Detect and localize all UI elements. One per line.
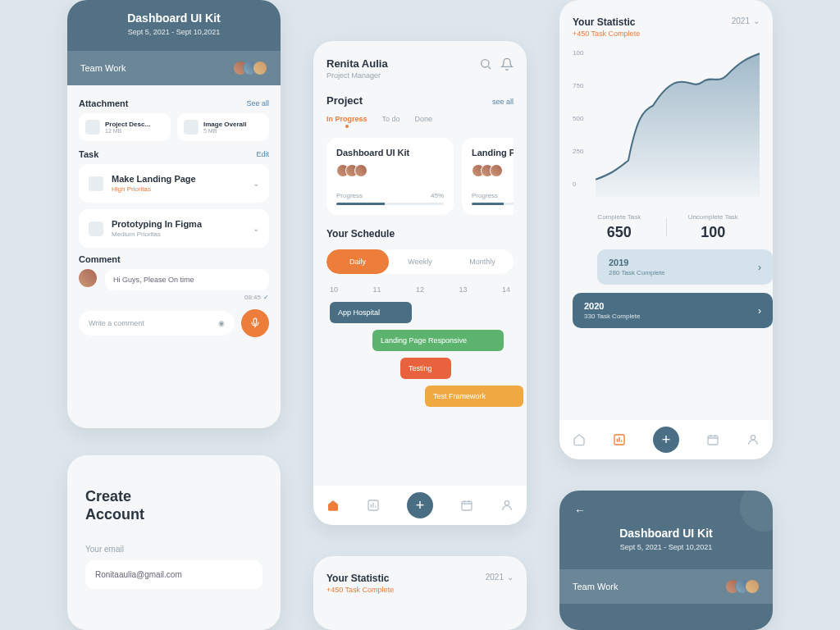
see-all-link[interactable]: see all: [492, 98, 514, 106]
schedule-title: Your Schedule: [326, 228, 514, 240]
checkbox[interactable]: [89, 176, 103, 191]
team-work-row[interactable]: Team Work: [67, 51, 281, 85]
bottom-nav: +: [313, 486, 527, 525]
project-name: Dashboard UI Kit: [336, 148, 444, 158]
phone-create-account: CreateAccount Your email Ronitaaulia@gma…: [67, 455, 281, 630]
progress-bar: [336, 203, 444, 205]
edit-link[interactable]: Edit: [256, 150, 269, 158]
placeholder-text: Write a comment: [89, 319, 144, 327]
year-card[interactable]: 2020330 Task Complete ›: [573, 293, 773, 328]
progress-bar: [472, 203, 514, 205]
tab-todo[interactable]: To do: [382, 115, 400, 123]
tab-weekly[interactable]: Weekly: [389, 249, 451, 274]
uncomplete-value: 100: [667, 224, 760, 241]
phone-task-detail-alt: ← Dashboard UI Kit Sept 5, 2021 - Sept 1…: [559, 491, 773, 630]
team-work-row[interactable]: Team Work: [559, 569, 773, 604]
svg-rect-3: [462, 501, 472, 510]
phone-statistic: Your Statistic +450 Task Complete 2021⌄ …: [559, 0, 773, 459]
tab-monthly[interactable]: Monthly: [451, 249, 514, 274]
statistic-title: Your Statistic: [573, 16, 640, 28]
attachment-name: Project Desc...: [105, 121, 150, 128]
chevron-down-icon: ⌄: [253, 224, 259, 233]
comment-time: 08:45: [244, 294, 261, 301]
user-icon[interactable]: [746, 433, 760, 446]
chart-icon[interactable]: [613, 433, 626, 446]
comment-input[interactable]: Write a comment ◉: [79, 311, 235, 336]
svg-point-1: [482, 60, 489, 67]
calendar-icon[interactable]: [706, 433, 719, 446]
project-card[interactable]: Dashboard UI Kit Progress45%: [326, 138, 454, 215]
chevron-right-icon: ›: [758, 262, 761, 273]
project-name: Landing P: [472, 148, 514, 158]
camera-icon[interactable]: ◉: [218, 319, 225, 327]
home-icon[interactable]: [326, 499, 340, 512]
attachment-card[interactable]: Project Desc...12 MB: [79, 113, 171, 141]
calendar-icon[interactable]: [460, 499, 473, 512]
tab-in-progress[interactable]: In Progress: [326, 115, 368, 123]
progress-label: Progress: [336, 192, 363, 199]
task-row[interactable]: Make Landing PageHigh Prioritas ⌄: [79, 164, 269, 203]
attachment-size: 5 MB: [203, 128, 246, 134]
complete-value: 650: [573, 224, 666, 241]
team-label: Team Work: [573, 582, 618, 591]
add-button[interactable]: +: [407, 492, 433, 518]
tab-done[interactable]: Done: [415, 115, 433, 123]
y-tick: 750: [573, 82, 583, 89]
task-priority: High Prioritas: [112, 185, 196, 193]
schedule-tabs: Daily Weekly Monthly: [326, 249, 514, 274]
svg-point-7: [751, 436, 755, 440]
chevron-right-icon: ›: [758, 305, 761, 317]
bottom-nav: +: [559, 420, 773, 459]
task-row[interactable]: Prototyping In FigmaMedium Prioritas ⌄: [79, 209, 269, 248]
attachment-card[interactable]: Image Overall5 MB: [177, 113, 269, 141]
task-priority: Medium Prioritas: [112, 231, 202, 238]
date-range: Sept 5, 2021 - Sept 10,2021: [67, 28, 281, 36]
avatar-stack: [336, 164, 444, 177]
header: Dashboard UI Kit Sept 5, 2021 - Sept 10,…: [67, 0, 281, 85]
gantt-bar[interactable]: Landing Page Responsive: [372, 330, 504, 351]
email-label: Your email: [85, 545, 262, 554]
task-name: Make Landing Page: [112, 174, 196, 184]
page-title: CreateAccount: [85, 488, 262, 523]
image-icon: [184, 120, 199, 135]
statistic-title: Your Statistic: [326, 573, 394, 584]
year-selector[interactable]: 2021⌄: [732, 16, 760, 25]
email-field[interactable]: Ronitaaulia@gmail.com: [85, 560, 262, 589]
chevron-down-icon: ⌄: [753, 16, 760, 25]
home-icon[interactable]: [573, 433, 586, 446]
task-title: Task: [79, 149, 98, 159]
checkbox[interactable]: [89, 221, 103, 236]
project-card[interactable]: Landing P Progress: [462, 138, 514, 215]
y-tick: 500: [573, 115, 583, 122]
avatar-stack: [233, 61, 267, 75]
avatar-stack: [725, 579, 760, 594]
year-sub: 280 Task Complete: [609, 269, 664, 276]
year-card[interactable]: 2019280 Task Complete ›: [597, 249, 773, 285]
year-selector[interactable]: 2021⌄: [486, 573, 514, 582]
uncomplete-label: Uncomplete Task: [667, 213, 760, 221]
avatar-stack: [472, 164, 514, 177]
statistic-subtitle: +450 Task Complete: [573, 30, 640, 38]
comment-title: Comment: [79, 254, 269, 264]
phone-statistic-preview: Your Statistic +450 Task Complete 2021⌄: [313, 556, 527, 630]
bell-icon[interactable]: [500, 57, 514, 71]
see-all-link[interactable]: See all: [246, 99, 269, 107]
mic-button[interactable]: [241, 309, 269, 337]
gantt-bar[interactable]: Test Framework: [425, 386, 523, 407]
add-button[interactable]: +: [653, 427, 679, 453]
page-title: Dashboard UI Kit: [559, 527, 773, 540]
user-icon[interactable]: [500, 499, 514, 512]
file-icon: [85, 120, 100, 135]
gantt-bar[interactable]: App Hospital: [330, 302, 412, 323]
gantt-bar[interactable]: Testing: [400, 358, 451, 379]
gantt-chart: App Hospital Landing Page Responsive Tes…: [326, 299, 514, 405]
chart-icon[interactable]: [367, 499, 380, 512]
user-role: Project Manager: [326, 71, 388, 80]
statistic-subtitle: +450 Task Complete: [326, 586, 394, 594]
user-name: Renita Aulia: [326, 57, 388, 70]
search-icon[interactable]: [479, 57, 492, 71]
tab-daily[interactable]: Daily: [326, 249, 389, 274]
svg-point-4: [504, 501, 509, 505]
decoration-circle: [740, 491, 773, 532]
progress-value: 45%: [431, 192, 444, 199]
